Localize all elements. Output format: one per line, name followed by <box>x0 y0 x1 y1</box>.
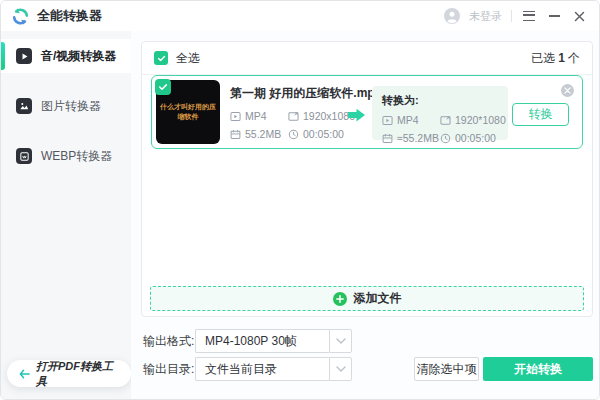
app-logo-icon <box>11 7 30 26</box>
start-convert-button[interactable]: 开始转换 <box>483 357 593 381</box>
source-size: 55.2MB <box>230 128 288 140</box>
selected-count: 已选1个 <box>531 50 580 67</box>
source-resolution: 1920x1080 <box>288 110 381 122</box>
sidebar-item-webp-converter[interactable]: WEBP转换器 <box>1 139 131 173</box>
webp-converter-icon <box>16 148 32 164</box>
file-checkbox[interactable] <box>155 79 171 95</box>
sidebar-item-image-converter[interactable]: 图片转换器 <box>1 89 131 123</box>
source-duration: 00:05:00 <box>288 128 381 140</box>
clock-icon <box>440 133 451 144</box>
menu-icon[interactable] <box>521 8 537 24</box>
active-accent-bar <box>1 42 5 70</box>
close-icon[interactable] <box>571 8 587 24</box>
chevron-down-icon <box>336 366 346 372</box>
clear-selected-button[interactable]: 清除选中项 <box>414 357 479 381</box>
image-converter-icon <box>16 98 32 114</box>
target-duration: 00:05:00 <box>440 132 506 144</box>
output-format-label: 输出格式: <box>143 333 195 350</box>
format-icon <box>230 111 241 122</box>
output-dir-row: 输出目录: 文件当前目录 <box>143 357 352 381</box>
thumbnail-caption: 什么才叫好用的压缩软件 <box>156 102 220 123</box>
login-status[interactable]: 未登录 <box>469 9 502 24</box>
output-format-dropdown-toggle[interactable] <box>329 329 352 353</box>
main-panel: 全选 已选1个 什么才叫好用的压缩软件 第一期 好用的压缩软件.mp4 MP4 <box>131 31 599 399</box>
target-info-panel: 转换为: MP4 1920*1080 ≈55.2MB <box>372 86 508 140</box>
source-format: MP4 <box>230 110 288 122</box>
convert-button[interactable]: 转换 <box>512 103 569 126</box>
format-icon <box>382 115 393 126</box>
app-window: 全能转换器 未登录 音/视频转换器 <box>0 0 600 400</box>
title-bar: 全能转换器 未登录 <box>1 1 599 31</box>
list-header: 全选 已选1个 <box>142 42 592 75</box>
arrow-left-icon <box>19 369 30 379</box>
sidebar: 音/视频转换器 图片转换器 WEBP转换器 <box>1 31 131 399</box>
add-file-button[interactable]: 添加文件 <box>150 286 584 311</box>
titlebar-divider <box>511 10 512 22</box>
open-pdf-tool-button[interactable]: 打开PDF转换工具 <box>7 360 131 387</box>
target-resolution: 1920*1080 <box>440 114 506 126</box>
app-title: 全能转换器 <box>37 7 102 25</box>
resolution-icon <box>440 115 451 126</box>
output-dir-select[interactable]: 文件当前目录 <box>195 357 329 381</box>
output-format-row: 输出格式: MP4-1080P 30帧 <box>143 329 352 353</box>
add-file-label: 添加文件 <box>354 290 402 307</box>
sidebar-item-label: 音/视频转换器 <box>41 48 116 65</box>
convert-arrow-icon <box>348 108 365 126</box>
video-converter-icon <box>16 48 32 64</box>
remove-file-icon[interactable] <box>561 84 574 97</box>
minimize-icon[interactable] <box>546 8 562 24</box>
file-card: 什么才叫好用的压缩软件 第一期 好用的压缩软件.mp4 MP4 1920x108… <box>151 75 583 149</box>
target-label: 转换为: <box>382 93 498 108</box>
file-list-panel: 全选 已选1个 什么才叫好用的压缩软件 第一期 好用的压缩软件.mp4 MP4 <box>141 41 593 317</box>
output-dir-label: 输出目录: <box>143 361 195 378</box>
avatar[interactable] <box>444 8 460 24</box>
clock-icon <box>288 129 299 140</box>
size-icon <box>382 133 393 144</box>
output-dir-dropdown-toggle[interactable] <box>329 357 352 381</box>
sidebar-item-av-converter[interactable]: 音/视频转换器 <box>1 39 131 73</box>
plus-icon <box>333 292 347 306</box>
pdf-tool-label: 打开PDF转换工具 <box>36 359 119 389</box>
sidebar-item-label: 图片转换器 <box>41 98 101 115</box>
output-format-select[interactable]: MP4-1080P 30帧 <box>195 329 329 353</box>
size-icon <box>230 129 241 140</box>
resolution-icon <box>288 111 299 122</box>
select-all-checkbox[interactable] <box>154 51 168 65</box>
target-size: ≈55.2MB <box>382 132 440 144</box>
chevron-down-icon <box>336 338 346 344</box>
sidebar-item-label: WEBP转换器 <box>41 148 112 165</box>
file-name: 第一期 好用的压缩软件.mp4 <box>230 85 381 102</box>
select-all-label: 全选 <box>176 50 200 67</box>
target-format: MP4 <box>382 114 440 126</box>
